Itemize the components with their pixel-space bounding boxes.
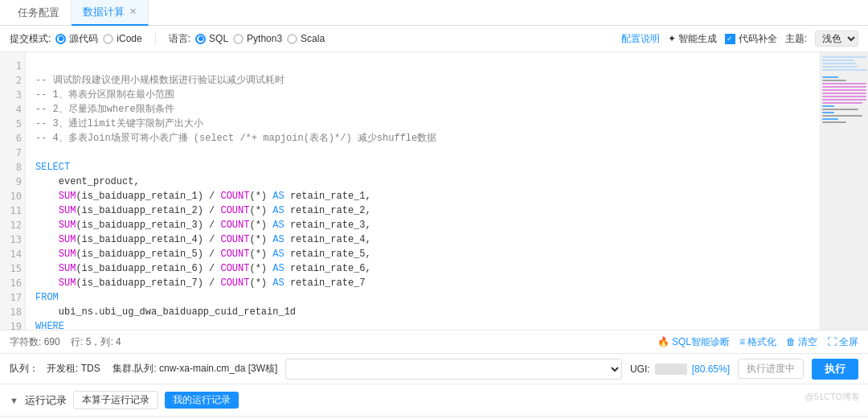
ugi-value — [655, 364, 687, 375]
svg-rect-8 — [822, 86, 866, 88]
submit-mode-label: 提交模式: — [10, 32, 51, 46]
char-count: 字符数: 690 — [10, 336, 60, 347]
queue-bar: 队列： 开发租: TDS 集群.队列: cnw-xa-main.cm_da [3… — [0, 354, 868, 384]
svg-rect-2 — [822, 63, 856, 64]
queue-select[interactable] — [285, 359, 622, 380]
code-editor[interactable]: -- 调试阶段建议使用小规模数据进行验证以减少调试耗时 -- 1、将表分区限制在… — [26, 52, 820, 330]
svg-rect-13 — [822, 102, 862, 104]
ai-icon: ✦ — [668, 33, 676, 44]
start-label: 开发租: TDS — [47, 362, 100, 376]
cluster-label: 集群.队列: cnw-xa-main.cm_da [3W核] — [113, 362, 277, 376]
divider-1 — [155, 32, 156, 45]
fire-icon: 🔥 — [657, 336, 669, 347]
run-records-title: 运行记录 — [25, 393, 67, 408]
svg-rect-19 — [822, 121, 846, 123]
radio-sql[interactable]: SQL — [195, 33, 228, 44]
line-numbers: 12345 678910 1112131415 1617181920 21 — [0, 52, 26, 330]
expand-icon[interactable]: ▼ — [10, 396, 18, 405]
svg-rect-7 — [822, 83, 866, 84]
svg-rect-0 — [822, 56, 866, 58]
clear-link[interactable]: 🗑 清空 — [786, 335, 817, 349]
svg-rect-15 — [822, 109, 858, 110]
format-link[interactable]: ≡ 格式化 — [739, 335, 776, 349]
editor-container: 12345 678910 1112131415 1617181920 21 --… — [0, 52, 868, 330]
status-left: 字符数: 690 行: 5，列: 4 — [10, 335, 121, 349]
run-records-header: ▼ 运行记录 本算子运行记录 我的运行记录 — [0, 384, 868, 417]
radio-python3[interactable]: Python3 — [233, 33, 282, 44]
run-status-button[interactable]: 执行进度中 — [738, 359, 804, 379]
tab-task-config[interactable]: 任务配置 — [6, 0, 72, 26]
status-right: 🔥 SQL智能诊断 ≡ 格式化 🗑 清空 ⛶ 全屏 — [657, 335, 858, 349]
status-bar: 字符数: 690 行: 5，列: 4 🔥 SQL智能诊断 ≡ 格式化 🗑 清空 … — [0, 330, 868, 354]
svg-rect-5 — [822, 76, 838, 78]
fullscreen-link[interactable]: ⛶ 全屏 — [827, 335, 858, 349]
config-desc-link[interactable]: 配置说明 — [621, 32, 660, 46]
svg-rect-9 — [822, 89, 866, 91]
run-records-section: ▼ 运行记录 本算子运行记录 我的运行记录 运行记录ID 算子名称 SQL语句 … — [0, 384, 868, 419]
svg-rect-6 — [822, 80, 846, 81]
svg-rect-14 — [822, 105, 834, 107]
queue-label: 队列： — [10, 362, 39, 376]
language-group: 语言: SQL Python3 Scala — [169, 32, 325, 46]
sql-diag-link[interactable]: 🔥 SQL智能诊断 — [657, 335, 730, 349]
row-col: 行: 5，列: 4 — [71, 336, 121, 347]
radio-icode-dot — [103, 34, 113, 44]
svg-rect-4 — [822, 69, 867, 71]
submit-mode-group: 提交模式: 源代码 iCode — [10, 32, 142, 46]
toolbar: 提交模式: 源代码 iCode 语言: SQL Python3 Scala 配置… — [0, 26, 868, 52]
svg-rect-3 — [822, 66, 858, 68]
radio-scala-dot — [287, 34, 297, 44]
tab-all-records[interactable]: 本算子运行记录 — [73, 391, 158, 409]
radio-python3-dot — [233, 34, 244, 44]
theme-select[interactable]: 浅色 深色 — [815, 31, 858, 47]
radio-source-code[interactable]: 源代码 — [55, 32, 98, 46]
radio-sql-dot — [195, 34, 206, 44]
minimap-svg — [821, 52, 868, 330]
ai-generate-btn[interactable]: ✦ 智能生成 — [668, 32, 717, 46]
minimap — [820, 52, 868, 330]
svg-rect-18 — [822, 118, 838, 120]
progress-label: [80.65%] — [692, 364, 730, 375]
radio-scala[interactable]: Scala — [287, 33, 325, 44]
theme-label: 主题: — [785, 32, 807, 46]
tab-data-compute[interactable]: 数据计算 ✕ — [72, 0, 149, 26]
watermark: @51CTO博客 — [805, 391, 860, 403]
queue-info: 开发租: TDS 集群.队列: cnw-xa-main.cm_da [3W核] — [47, 362, 277, 376]
format-icon: ≡ — [739, 336, 745, 347]
language-label: 语言: — [169, 32, 190, 46]
fullscreen-icon: ⛶ — [827, 336, 837, 347]
svg-rect-16 — [822, 112, 834, 113]
close-tab-icon[interactable]: ✕ — [129, 6, 137, 17]
svg-rect-17 — [822, 115, 862, 117]
execute-button[interactable]: 执行 — [812, 359, 858, 380]
svg-rect-10 — [822, 92, 866, 94]
svg-rect-11 — [822, 96, 866, 97]
ugi-label: UGI: — [630, 364, 650, 375]
tab-my-records[interactable]: 我的运行记录 — [165, 392, 239, 409]
svg-rect-12 — [822, 99, 866, 101]
checkbox-icon: ✓ — [725, 34, 735, 44]
radio-source-dot — [55, 34, 66, 44]
ugi-group: UGI: [80.65%] — [630, 364, 730, 375]
svg-rect-1 — [822, 60, 854, 61]
tab-bar: 任务配置 数据计算 ✕ — [0, 0, 868, 26]
code-complete-checkbox[interactable]: ✓ 代码补全 — [725, 32, 777, 46]
toolbar-right: 配置说明 ✦ 智能生成 ✓ 代码补全 主题: 浅色 深色 — [621, 31, 858, 47]
clear-icon: 🗑 — [786, 336, 796, 347]
radio-icode[interactable]: iCode — [103, 33, 141, 44]
